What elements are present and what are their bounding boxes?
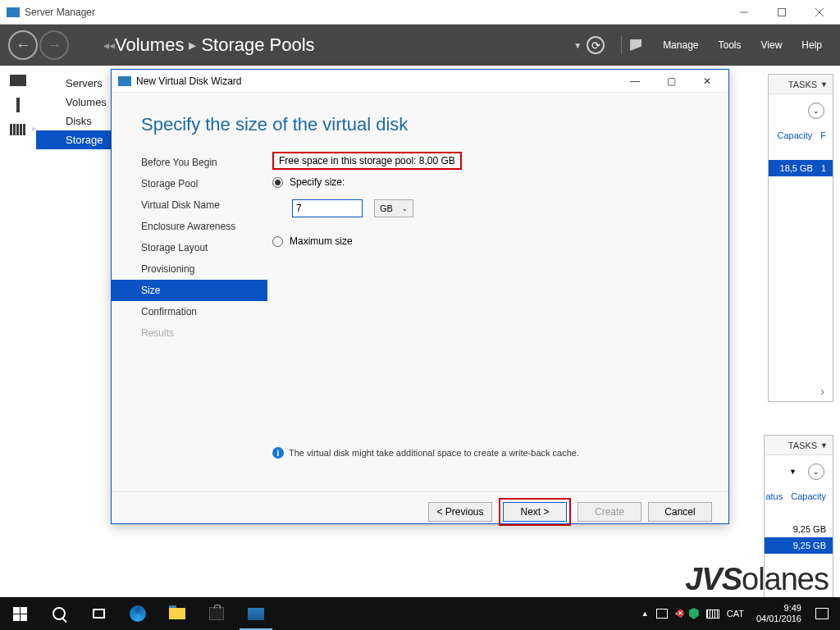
notifications-flag-icon[interactable] xyxy=(630,39,641,51)
radio-icon xyxy=(272,177,283,188)
column-headers-top[interactable]: Capacity F xyxy=(769,127,833,144)
radio-specify-size[interactable]: Specify size: xyxy=(272,173,712,191)
cancel-button[interactable]: Cancel xyxy=(648,502,712,522)
info-text: The virtual disk might take additional s… xyxy=(289,448,579,458)
watermark-logo: JVSolanes xyxy=(685,562,829,597)
rail-all-servers-icon[interactable] xyxy=(9,123,27,136)
task-view-button[interactable] xyxy=(79,597,118,630)
menu-help[interactable]: Help xyxy=(801,39,822,51)
menu-tools[interactable]: Tools xyxy=(719,39,742,51)
step-storage-layout[interactable]: Storage Layout xyxy=(112,237,267,258)
panel-options-button-bot[interactable]: ⌄ xyxy=(808,463,824,480)
clock-time: 9:49 xyxy=(756,603,801,614)
language-indicator[interactable]: CAT xyxy=(727,609,744,619)
header-dropdown-caret-icon[interactable]: ▼ xyxy=(573,41,582,50)
new-virtual-disk-wizard: New Virtual Disk Wizard — ▢ ✕ Specify th… xyxy=(111,69,729,524)
disk-row[interactable]: 9,25 GB xyxy=(765,521,833,537)
radio-maximum-size[interactable]: Maximum size xyxy=(272,232,712,250)
clock-date: 04/01/2016 xyxy=(756,614,801,624)
left-rail xyxy=(0,66,36,630)
col-f[interactable]: F xyxy=(820,130,826,140)
col-status[interactable]: atus xyxy=(765,491,783,501)
step-confirmation[interactable]: Confirmation xyxy=(112,301,267,322)
cell-f: 1 xyxy=(821,163,826,173)
storage-pools-panel: TASKS▼ ⌄ Capacity F 18,5 GB 1 › xyxy=(768,74,833,402)
step-enclosure-awareness[interactable]: Enclosure Awareness xyxy=(112,216,267,237)
app-icon xyxy=(7,7,20,17)
keyboard-icon[interactable] xyxy=(706,609,719,619)
wizard-content: Free space in this storage pool: 8,00 GB… xyxy=(267,147,728,491)
taskbar-server-manager[interactable] xyxy=(236,597,276,630)
start-button[interactable] xyxy=(0,597,39,630)
step-size[interactable]: Size xyxy=(112,280,267,301)
taskbar-search-button[interactable] xyxy=(39,597,79,630)
wizard-title: New Virtual Disk Wizard xyxy=(136,75,241,87)
system-tray: ▲ CAT 9:49 04/01/2016 xyxy=(641,603,840,624)
size-input[interactable] xyxy=(292,199,363,217)
step-storage-pool[interactable]: Storage Pool xyxy=(112,173,267,194)
wizard-close-button[interactable]: ✕ xyxy=(689,71,725,92)
scroll-right-icon[interactable]: › xyxy=(815,385,829,398)
svg-rect-1 xyxy=(778,8,786,16)
tray-overflow-icon[interactable]: ▲ xyxy=(641,609,649,618)
header-divider xyxy=(621,36,622,54)
taskbar-store[interactable] xyxy=(197,597,236,630)
caret-icon[interactable]: ▼ xyxy=(789,468,797,476)
taskbar-edge[interactable] xyxy=(118,597,158,630)
window-title: Server Manager xyxy=(25,7,95,18)
previous-button[interactable]: < Previous xyxy=(428,502,492,522)
wizard-minimize-button[interactable]: — xyxy=(617,71,653,92)
volume-muted-icon[interactable] xyxy=(675,609,682,618)
taskbar-clock[interactable]: 9:49 04/01/2016 xyxy=(751,603,806,624)
menu-view[interactable]: View xyxy=(761,39,783,51)
info-icon: i xyxy=(272,447,284,459)
size-unit-select[interactable]: GB⌄ xyxy=(374,199,413,217)
taskbar: ▲ CAT 9:49 04/01/2016 xyxy=(0,597,840,630)
wizard-titlebar: New Virtual Disk Wizard — ▢ ✕ xyxy=(112,70,728,93)
next-button[interactable]: Next > xyxy=(503,502,567,522)
radio-specify-label: Specify size: xyxy=(290,176,345,188)
breadcrumb-separator-icon: ▸ xyxy=(189,36,196,54)
column-headers-bot[interactable]: atus Capacity xyxy=(765,488,833,504)
disk-row[interactable]: 9,25 GB xyxy=(765,537,833,554)
header-bar: ← → ◂◂ Volumes ▸ Storage Pools ▼ ⟳ Manag… xyxy=(0,25,840,66)
panel-options-button[interactable]: ⌄ xyxy=(808,103,824,119)
step-before-you-begin[interactable]: Before You Begin xyxy=(112,152,267,173)
cell-capacity: 18,5 GB xyxy=(780,163,813,173)
taskbar-file-explorer[interactable] xyxy=(158,597,197,630)
radio-icon xyxy=(272,236,283,247)
menu-manage[interactable]: Manage xyxy=(663,39,698,51)
col-capacity-bot[interactable]: Capacity xyxy=(791,491,826,501)
info-note: i The virtual disk might take additional… xyxy=(272,447,712,459)
window-titlebar: Server Manager xyxy=(0,0,840,25)
refresh-button[interactable]: ⟳ xyxy=(587,36,605,54)
breadcrumb-volumes[interactable]: Volumes xyxy=(115,34,184,56)
action-center-icon[interactable] xyxy=(815,608,829,619)
col-capacity[interactable]: Capacity xyxy=(777,130,812,140)
security-icon[interactable] xyxy=(689,608,699,619)
window-maximize-button[interactable] xyxy=(763,1,801,24)
wizard-heading: Specify the size of the virtual disk xyxy=(112,93,728,147)
pool-row[interactable]: 18,5 GB 1 xyxy=(769,160,833,176)
tasks-dropdown-top[interactable]: TASKS▼ xyxy=(769,75,833,94)
tasks-dropdown-bot[interactable]: TASKS▼ xyxy=(765,436,833,455)
free-space-label: Free space in this storage pool: 8,00 GB xyxy=(272,152,462,170)
step-results: Results xyxy=(112,322,267,344)
wizard-maximize-button[interactable]: ▢ xyxy=(653,71,689,92)
rail-dashboard-icon[interactable] xyxy=(9,74,27,87)
create-button: Create xyxy=(578,502,641,522)
step-provisioning[interactable]: Provisioning xyxy=(112,258,267,280)
nav-back-button[interactable]: ← xyxy=(8,30,38,60)
breadcrumb-storage-pools[interactable]: Storage Pools xyxy=(201,34,314,56)
breadcrumb-prefix-icon: ◂◂ xyxy=(103,39,115,52)
window-minimize-button[interactable] xyxy=(725,1,763,24)
radio-max-label: Maximum size xyxy=(290,235,353,247)
network-icon[interactable] xyxy=(656,609,668,619)
nav-forward-button[interactable]: → xyxy=(39,30,69,60)
rail-local-server-icon[interactable] xyxy=(9,98,27,112)
wizard-footer: < Previous Next > Create Cancel xyxy=(112,491,728,531)
wizard-step-nav: Before You Begin Storage Pool Virtual Di… xyxy=(112,147,267,491)
wizard-icon xyxy=(118,76,131,86)
window-close-button[interactable] xyxy=(801,1,838,24)
step-virtual-disk-name[interactable]: Virtual Disk Name xyxy=(112,194,267,216)
